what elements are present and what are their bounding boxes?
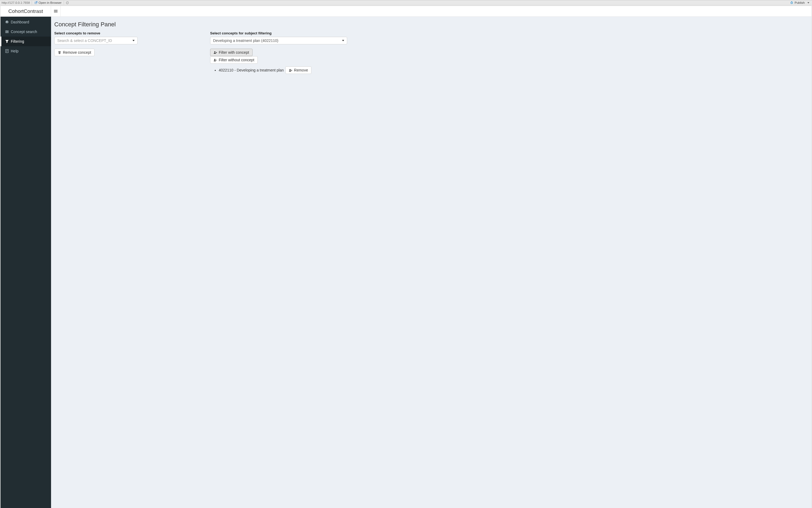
svg-point-0 xyxy=(791,2,793,4)
sidebar-item-label: Filtering xyxy=(11,39,24,44)
filter-without-concept-button[interactable]: Filter without concept xyxy=(210,56,258,64)
rstudio-viewer-toolbar: http://127.0.0.1:7658 Open in Browser Pu… xyxy=(0,0,812,5)
sidebar-item-label: Help xyxy=(11,49,18,53)
app-header: CohortContrast xyxy=(1,6,811,17)
svg-point-2 xyxy=(6,30,7,31)
sidebar-item-filtering[interactable]: Filtering xyxy=(1,37,51,46)
app-body: Dashboard Concept search Filtering Help … xyxy=(1,17,811,508)
content-area: Concept Filtering Panel Select concepts … xyxy=(51,17,811,508)
app-frame: CohortContrast Dashboard Concept search … xyxy=(0,6,812,508)
filter-concept-select-value: Developing a treatment plan (4022110) xyxy=(213,38,278,43)
filter-concepts-column: Select concepts for subject filtering De… xyxy=(210,30,347,74)
remove-concept-button[interactable]: Remove concept xyxy=(54,49,95,56)
sidebar-item-help[interactable]: Help xyxy=(1,46,51,56)
reload-icon xyxy=(65,1,69,5)
remove-applied-filter-label: Remove xyxy=(294,68,308,72)
sidebar-item-label: Dashboard xyxy=(11,20,29,24)
filter-without-concept-label: Filter without concept xyxy=(219,58,254,62)
remove-concept-button-label: Remove concept xyxy=(63,50,91,54)
applied-filter-text: 4022110 - Developing a treatment plan xyxy=(219,68,284,72)
open-in-browser-label: Open in Browser xyxy=(39,1,62,4)
filter-concept-select[interactable]: Developing a treatment plan (4022110) xyxy=(210,37,347,44)
caret-down-icon xyxy=(132,40,135,41)
sidebar-item-dashboard[interactable]: Dashboard xyxy=(1,17,51,27)
remove-concepts-label: Select concepts to remove xyxy=(54,31,191,35)
svg-point-1 xyxy=(791,1,792,2)
sidebar-toggle-button[interactable] xyxy=(51,6,61,16)
filter-with-concept-button[interactable]: Filter with concept xyxy=(210,49,253,56)
user-plus-icon xyxy=(289,69,292,72)
app-brand: CohortContrast xyxy=(1,6,51,16)
svg-point-4 xyxy=(6,32,6,33)
caret-down-icon xyxy=(807,2,809,4)
applied-filter-item: 4022110 - Developing a treatment plan Re… xyxy=(219,67,347,74)
columns: Select concepts to remove Search & selec… xyxy=(54,30,808,74)
reload-button[interactable] xyxy=(64,0,71,5)
applied-filters-list: 4022110 - Developing a treatment plan Re… xyxy=(210,67,347,74)
filter-concepts-label: Select concepts for subject filtering xyxy=(210,31,347,35)
sidebar-item-label: Concept search xyxy=(11,30,37,34)
popout-icon xyxy=(34,1,38,5)
hamburger-icon xyxy=(54,9,58,13)
caret-down-icon xyxy=(342,40,344,41)
remove-concept-select-placeholder: Search & select a CONCEPT_ID xyxy=(57,38,112,43)
remove-concept-select[interactable]: Search & select a CONCEPT_ID xyxy=(54,37,138,44)
sidebar: Dashboard Concept search Filtering Help xyxy=(1,17,51,508)
page-title: Concept Filtering Panel xyxy=(54,21,808,28)
remove-concepts-column: Select concepts to remove Search & selec… xyxy=(54,30,191,74)
publish-label: Publish xyxy=(795,1,805,4)
help-icon xyxy=(5,49,9,53)
user-minus-icon xyxy=(214,58,217,62)
filter-icon xyxy=(5,40,9,43)
sidebar-item-concept-search[interactable]: Concept search xyxy=(1,27,51,37)
dashboard-icon xyxy=(5,20,9,24)
filter-with-concept-label: Filter with concept xyxy=(219,50,249,54)
publish-dropdown-caret[interactable] xyxy=(807,1,810,4)
remove-applied-filter-button[interactable]: Remove xyxy=(285,67,311,74)
svg-point-3 xyxy=(7,32,8,32)
sliders-icon xyxy=(5,30,9,34)
trash-icon xyxy=(58,51,61,54)
filter-buttons: Filter with concept Filter without conce… xyxy=(210,44,347,64)
open-in-browser-button[interactable]: Open in Browser xyxy=(32,0,64,5)
user-plus-icon xyxy=(214,51,217,54)
publish-icon xyxy=(790,1,794,5)
publish-button[interactable]: Publish xyxy=(788,1,807,5)
viewer-url: http://127.0.0.1:7658 xyxy=(2,1,32,5)
